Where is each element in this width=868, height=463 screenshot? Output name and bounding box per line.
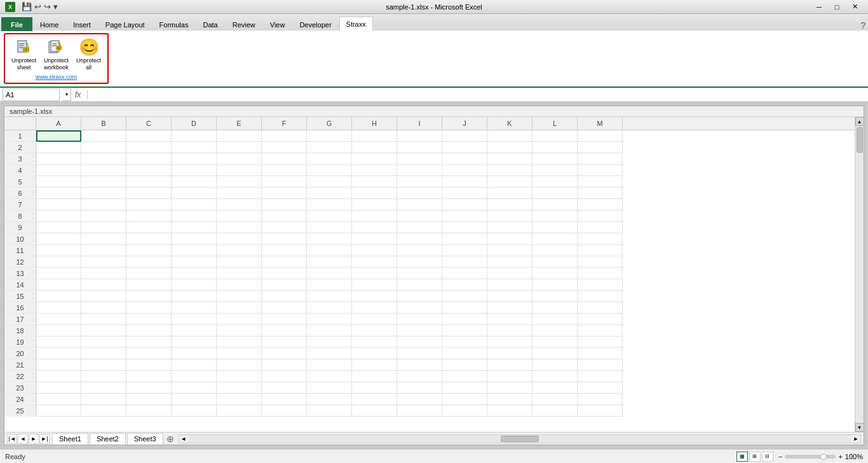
- cell-J17[interactable]: [442, 314, 487, 325]
- cell-E20[interactable]: [217, 348, 262, 359]
- cell-C4[interactable]: [126, 165, 172, 176]
- cell-J12[interactable]: [442, 256, 487, 268]
- cell-G13[interactable]: [307, 268, 352, 279]
- tab-review[interactable]: Review: [226, 17, 262, 31]
- row-header-18[interactable]: 18: [4, 325, 36, 336]
- row-header-2[interactable]: 2: [4, 142, 36, 153]
- cell-C11[interactable]: [126, 245, 172, 256]
- cell-I24[interactable]: [397, 394, 442, 405]
- cell-K17[interactable]: [487, 314, 532, 325]
- cell-B18[interactable]: [81, 325, 126, 336]
- cell-I9[interactable]: [397, 222, 442, 233]
- cell-E23[interactable]: [217, 382, 262, 394]
- sheet-first-button[interactable]: |◄: [7, 434, 17, 444]
- cell-I12[interactable]: [397, 256, 442, 268]
- cell-J2[interactable]: [442, 142, 487, 153]
- cell-M25[interactable]: [578, 405, 623, 417]
- cell-A13[interactable]: [36, 268, 81, 279]
- row-header-24[interactable]: 24: [4, 394, 36, 405]
- page-break-view-button[interactable]: ⊟: [762, 452, 773, 462]
- cell-J25[interactable]: [442, 405, 487, 417]
- cell-L10[interactable]: [532, 233, 578, 245]
- redo-icon[interactable]: ↪: [44, 2, 51, 11]
- cell-C7[interactable]: [126, 199, 172, 211]
- cell-F22[interactable]: [262, 371, 307, 382]
- cell-G3[interactable]: [307, 153, 352, 165]
- scroll-thumb-vertical[interactable]: [857, 127, 863, 153]
- cell-K23[interactable]: [487, 382, 532, 394]
- cell-K4[interactable]: [487, 165, 532, 176]
- cell-B10[interactable]: [81, 233, 126, 245]
- cell-E9[interactable]: [217, 222, 262, 233]
- cell-M5[interactable]: [578, 176, 623, 188]
- cell-M9[interactable]: [578, 222, 623, 233]
- zoom-slider-thumb[interactable]: [820, 453, 827, 460]
- cell-I15[interactable]: [397, 291, 442, 302]
- tab-straxx[interactable]: Straxx: [339, 17, 373, 31]
- cell-B14[interactable]: [81, 279, 126, 291]
- row-header-21[interactable]: 21: [4, 359, 36, 371]
- cell-D24[interactable]: [172, 394, 217, 405]
- sheet-next-button[interactable]: ►: [29, 434, 39, 444]
- scroll-left-button[interactable]: ◄: [179, 434, 188, 443]
- cell-A15[interactable]: [36, 291, 81, 302]
- row-header-13[interactable]: 13: [4, 268, 36, 279]
- cell-A24[interactable]: [36, 394, 81, 405]
- vertical-scrollbar[interactable]: ▲ ▼: [855, 117, 864, 432]
- cell-C13[interactable]: [126, 268, 172, 279]
- cell-H5[interactable]: [352, 176, 397, 188]
- cell-I2[interactable]: [397, 142, 442, 153]
- cell-B21[interactable]: [81, 359, 126, 371]
- cell-L4[interactable]: [532, 165, 578, 176]
- cell-D3[interactable]: [172, 153, 217, 165]
- cell-I18[interactable]: [397, 325, 442, 336]
- cell-D13[interactable]: [172, 268, 217, 279]
- cell-B15[interactable]: [81, 291, 126, 302]
- cell-K15[interactable]: [487, 291, 532, 302]
- cell-A4[interactable]: [36, 165, 81, 176]
- cell-F8[interactable]: [262, 211, 307, 222]
- cell-L25[interactable]: [532, 405, 578, 417]
- cell-A16[interactable]: [36, 302, 81, 314]
- col-header-l[interactable]: L: [532, 117, 578, 130]
- cell-C2[interactable]: [126, 142, 172, 153]
- cell-H20[interactable]: [352, 348, 397, 359]
- cell-D10[interactable]: [172, 233, 217, 245]
- col-header-c[interactable]: C: [126, 117, 172, 130]
- scroll-right-button[interactable]: ►: [851, 434, 860, 443]
- cell-E25[interactable]: [217, 405, 262, 417]
- col-header-f[interactable]: F: [262, 117, 307, 130]
- row-header-15[interactable]: 15: [4, 291, 36, 302]
- cell-B11[interactable]: [81, 245, 126, 256]
- scroll-thumb-horizontal[interactable]: [501, 436, 539, 442]
- cell-F18[interactable]: [262, 325, 307, 336]
- cell-J7[interactable]: [442, 199, 487, 211]
- cell-D21[interactable]: [172, 359, 217, 371]
- cell-C14[interactable]: [126, 279, 172, 291]
- cell-H12[interactable]: [352, 256, 397, 268]
- cell-F7[interactable]: [262, 199, 307, 211]
- cell-C10[interactable]: [126, 233, 172, 245]
- cell-L16[interactable]: [532, 302, 578, 314]
- cell-G8[interactable]: [307, 211, 352, 222]
- scroll-down-button[interactable]: ▼: [855, 423, 864, 432]
- cell-M11[interactable]: [578, 245, 623, 256]
- cell-H10[interactable]: [352, 233, 397, 245]
- cell-E4[interactable]: [217, 165, 262, 176]
- col-header-j[interactable]: J: [442, 117, 487, 130]
- cell-K13[interactable]: [487, 268, 532, 279]
- formula-input[interactable]: [90, 88, 868, 101]
- cell-D12[interactable]: [172, 256, 217, 268]
- sheet-tab-sheet3[interactable]: Sheet3: [127, 433, 163, 445]
- cell-B25[interactable]: [81, 405, 126, 417]
- cell-K10[interactable]: [487, 233, 532, 245]
- cell-D1[interactable]: [172, 130, 217, 142]
- cell-F19[interactable]: [262, 336, 307, 348]
- cell-G15[interactable]: [307, 291, 352, 302]
- cell-M15[interactable]: [578, 291, 623, 302]
- cell-I20[interactable]: [397, 348, 442, 359]
- cell-G20[interactable]: [307, 348, 352, 359]
- col-header-i[interactable]: I: [397, 117, 442, 130]
- cell-G19[interactable]: [307, 336, 352, 348]
- cell-G17[interactable]: [307, 314, 352, 325]
